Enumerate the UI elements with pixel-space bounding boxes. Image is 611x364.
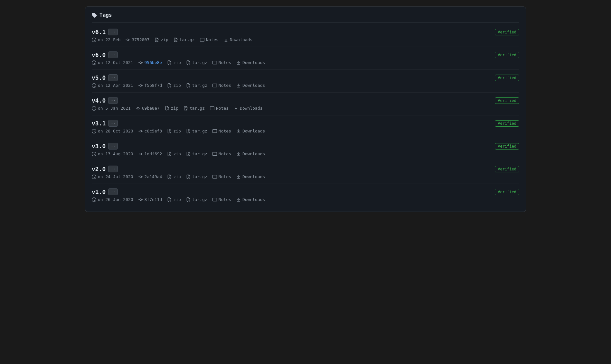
tag-downloads[interactable]: Downloads	[224, 37, 252, 42]
downloads-link[interactable]: Downloads	[230, 37, 252, 42]
notes-link[interactable]: Notes	[219, 129, 231, 133]
downloads-link[interactable]: Downloads	[242, 129, 265, 133]
targz-link[interactable]: tar.gz	[190, 106, 205, 111]
tag-downloads[interactable]: Downloads	[234, 106, 262, 111]
tag-name: v6.1	[92, 29, 106, 35]
tag-targz[interactable]: tar.gz	[186, 174, 207, 179]
zip-icon	[167, 152, 172, 156]
tag-targz[interactable]: tar.gz	[174, 37, 195, 42]
tag-targz[interactable]: tar.gz	[183, 106, 205, 111]
tag-meta: on 24 Jul 2020 2a149a4	[92, 174, 519, 179]
tag-options-button[interactable]: ···	[108, 29, 118, 35]
notes-link[interactable]: Notes	[219, 174, 231, 179]
commit-icon	[138, 83, 143, 88]
tag-row: v2.0 ··· Verified on 24 Jul 2020	[92, 161, 519, 184]
commit-hash: c8c5ef3	[145, 129, 162, 133]
tag-name-group: v3.1 ···	[92, 120, 118, 127]
zip-link[interactable]: zip	[173, 174, 181, 179]
downloads-link[interactable]: Downloads	[242, 60, 265, 65]
clock-icon	[92, 197, 96, 202]
downloads-icon	[236, 60, 241, 65]
tag-notes[interactable]: Notes	[212, 174, 231, 179]
targz-link[interactable]: tar.gz	[192, 151, 207, 156]
notes-link[interactable]: Notes	[216, 106, 229, 111]
tag-date: on 5 Jan 2021	[92, 106, 131, 111]
targz-link[interactable]: tar.gz	[192, 83, 207, 88]
zip-link[interactable]: zip	[173, 151, 181, 156]
tag-targz[interactable]: tar.gz	[186, 197, 207, 202]
tag-targz[interactable]: tar.gz	[186, 129, 207, 133]
tag-notes[interactable]: Notes	[212, 151, 231, 156]
tag-options-button[interactable]: ···	[108, 120, 118, 127]
tag-options-button[interactable]: ···	[108, 166, 118, 172]
downloads-link[interactable]: Downloads	[242, 151, 265, 156]
tag-notes[interactable]: Notes	[212, 129, 231, 133]
zip-icon	[165, 106, 169, 111]
tag-downloads[interactable]: Downloads	[236, 129, 265, 133]
tag-commit: 956be8e	[138, 60, 162, 65]
zip-link[interactable]: zip	[173, 83, 181, 88]
tag-top: v6.0 ··· Verified	[92, 51, 519, 58]
tag-downloads[interactable]: Downloads	[236, 174, 265, 179]
tag-options-button[interactable]: ···	[108, 97, 118, 104]
notes-link[interactable]: Notes	[219, 83, 231, 88]
tag-notes[interactable]: Notes	[212, 60, 231, 65]
zip-link[interactable]: zip	[173, 197, 181, 202]
downloads-link[interactable]: Downloads	[242, 197, 265, 202]
commit-link[interactable]: 956be8e	[145, 60, 162, 65]
tag-targz[interactable]: tar.gz	[186, 151, 207, 156]
zip-link[interactable]: zip	[173, 60, 181, 65]
tag-zip[interactable]: zip	[167, 197, 181, 202]
downloads-link[interactable]: Downloads	[242, 174, 265, 179]
tag-downloads[interactable]: Downloads	[236, 197, 265, 202]
targz-link[interactable]: tar.gz	[192, 60, 207, 65]
tag-row: v1.0 ··· Verified on 26 Jun 2020	[92, 184, 519, 206]
tag-zip[interactable]: zip	[155, 37, 168, 42]
tag-options-button[interactable]: ···	[108, 51, 118, 58]
tag-options-button[interactable]: ···	[108, 143, 118, 150]
tag-options-button[interactable]: ···	[108, 74, 118, 81]
tag-notes[interactable]: Notes	[200, 37, 219, 42]
downloads-link[interactable]: Downloads	[242, 83, 265, 88]
zip-link[interactable]: zip	[161, 37, 168, 42]
tag-meta: on 26 Jun 2020 8f7e11d	[92, 197, 519, 202]
tag-zip[interactable]: zip	[167, 151, 181, 156]
tag-commit: 2a149a4	[138, 174, 162, 179]
tag-zip[interactable]: zip	[167, 60, 181, 65]
notes-link[interactable]: Notes	[219, 197, 231, 202]
verified-badge: Verified	[495, 97, 519, 104]
tag-zip[interactable]: zip	[167, 129, 181, 133]
downloads-icon	[236, 129, 241, 133]
tag-zip[interactable]: zip	[165, 106, 178, 111]
downloads-icon	[236, 83, 241, 88]
tag-downloads[interactable]: Downloads	[236, 151, 265, 156]
notes-link[interactable]: Notes	[219, 151, 231, 156]
targz-icon	[186, 60, 191, 65]
date-text: on 28 Oct 2020	[98, 129, 133, 133]
zip-link[interactable]: zip	[173, 129, 181, 133]
tag-notes[interactable]: Notes	[212, 83, 231, 88]
targz-link[interactable]: tar.gz	[180, 37, 195, 42]
targz-link[interactable]: tar.gz	[192, 174, 207, 179]
tags-list: v6.1 ··· Verified on 22 Feb	[92, 24, 519, 206]
tag-zip[interactable]: zip	[167, 83, 181, 88]
tag-notes[interactable]: Notes	[210, 106, 229, 111]
zip-link[interactable]: zip	[171, 106, 178, 111]
downloads-link[interactable]: Downloads	[240, 106, 262, 111]
tag-options-button[interactable]: ···	[108, 188, 118, 195]
tag-notes[interactable]: Notes	[212, 197, 231, 202]
targz-link[interactable]: tar.gz	[192, 197, 207, 202]
notes-link[interactable]: Notes	[206, 37, 219, 42]
tag-downloads[interactable]: Downloads	[236, 60, 265, 65]
downloads-icon	[234, 106, 238, 111]
date-text: on 12 Apr 2021	[98, 83, 133, 88]
tags-header: Tags	[92, 12, 519, 23]
tag-targz[interactable]: tar.gz	[186, 60, 207, 65]
downloads-icon	[224, 38, 228, 42]
targz-link[interactable]: tar.gz	[192, 129, 207, 133]
notes-link[interactable]: Notes	[219, 60, 231, 65]
tag-zip[interactable]: zip	[167, 174, 181, 179]
tag-downloads[interactable]: Downloads	[236, 83, 265, 88]
tag-targz[interactable]: tar.gz	[186, 83, 207, 88]
tag-top: v2.0 ··· Verified	[92, 166, 519, 172]
